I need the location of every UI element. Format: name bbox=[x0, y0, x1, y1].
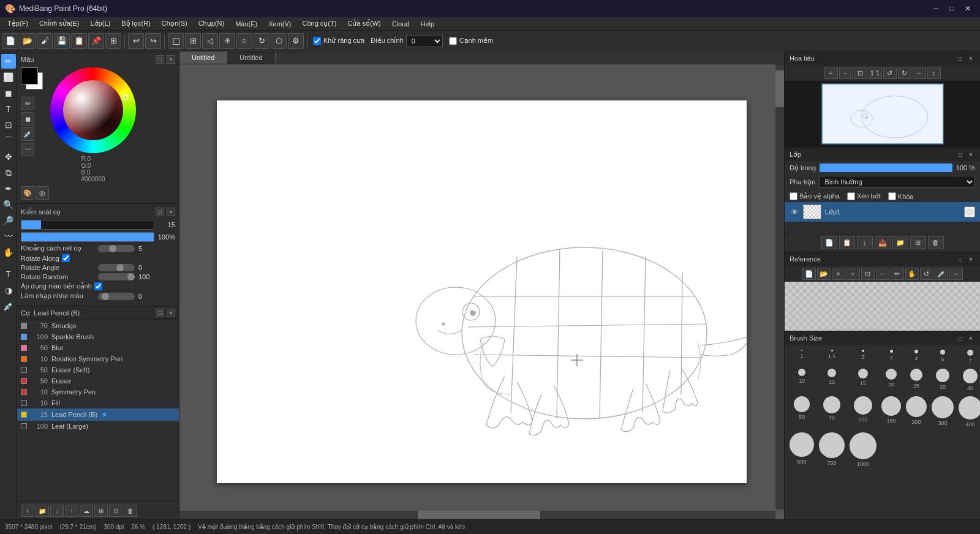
size-40[interactable]: 40 bbox=[957, 367, 980, 393]
tool-hex[interactable]: ⬡ bbox=[271, 33, 287, 49]
reference-close-btn[interactable]: × bbox=[967, 255, 975, 263]
type-tool[interactable]: T bbox=[1, 267, 16, 282]
paste-button[interactable]: 📌 bbox=[88, 33, 104, 49]
ref-new-btn[interactable]: 📄 bbox=[802, 268, 816, 280]
save-button[interactable]: 💾 bbox=[54, 33, 70, 49]
menu-cloud[interactable]: Cloud bbox=[387, 19, 415, 29]
canvas-viewport[interactable] bbox=[179, 64, 784, 519]
correction-select[interactable]: 0 bbox=[406, 35, 443, 47]
pen-tool[interactable]: ✒ bbox=[1, 181, 16, 196]
nav-zoom-out[interactable]: − bbox=[839, 67, 853, 79]
ref-fit[interactable]: ⊡ bbox=[861, 268, 875, 280]
navigator-preview[interactable] bbox=[821, 83, 944, 145]
eraser-tool[interactable]: ⬜ bbox=[1, 70, 16, 85]
layers-expand-btn[interactable]: □ bbox=[956, 150, 965, 159]
brush-item-lead-pencil[interactable]: 15 Lead Pencil (B) ★ bbox=[17, 408, 179, 421]
lock-checkbox[interactable] bbox=[888, 192, 896, 200]
ref-close-btn[interactable]: × bbox=[832, 268, 845, 280]
size-50[interactable]: 50 bbox=[788, 395, 815, 429]
add-layer-2-btn[interactable]: 📋 bbox=[839, 236, 855, 249]
soft-edge-checkbox[interactable] bbox=[449, 35, 457, 47]
brush-item-fill[interactable]: 10 Fill bbox=[17, 397, 179, 408]
delete-brush-btn[interactable]: 🗑 bbox=[124, 505, 137, 517]
brush-spacing-slider[interactable] bbox=[98, 245, 135, 252]
color-wheel[interactable] bbox=[50, 67, 136, 153]
menu-select[interactable]: Chọn(S) bbox=[157, 18, 192, 29]
hsv-btn[interactable]: ◎ bbox=[36, 186, 49, 200]
menu-capture[interactable]: Chụp(N) bbox=[194, 18, 229, 29]
size-15[interactable]: 15 bbox=[848, 367, 878, 393]
tool-circle[interactable]: ○ bbox=[236, 33, 252, 49]
ref-reset[interactable]: ↺ bbox=[920, 268, 933, 280]
brush-opacity-slider[interactable] bbox=[21, 232, 154, 242]
layer-delete-btn[interactable]: 🗑 bbox=[928, 236, 944, 249]
reference-expand-btn[interactable]: □ bbox=[956, 255, 965, 263]
ref-zoom-in[interactable]: + bbox=[846, 268, 860, 280]
size-25[interactable]: 25 bbox=[905, 367, 928, 393]
layers-close-btn[interactable]: × bbox=[967, 150, 975, 159]
palette-btn[interactable]: 🎨 bbox=[21, 186, 34, 200]
color-expand-btn[interactable]: □ bbox=[156, 55, 164, 64]
menu-layer[interactable]: Lớp(L) bbox=[86, 18, 116, 29]
redo-button[interactable]: ↪ bbox=[145, 33, 161, 49]
size-150[interactable]: 150 bbox=[880, 395, 902, 429]
nav-fit[interactable]: ⊡ bbox=[854, 67, 867, 79]
layer-blend-select[interactable]: Bình thường bbox=[819, 176, 975, 188]
size-5[interactable]: 5 bbox=[930, 348, 955, 365]
move-tool[interactable]: ✥ bbox=[1, 149, 16, 164]
size-1[interactable]: 1 bbox=[788, 348, 815, 365]
nav-100[interactable]: 1:1 bbox=[869, 67, 882, 79]
size-300[interactable]: 300 bbox=[930, 395, 955, 429]
brush-size-close-btn[interactable]: × bbox=[967, 334, 975, 342]
ref-hand[interactable]: ✋ bbox=[905, 268, 919, 280]
brush-item-eraser[interactable]: 50 Eraser bbox=[17, 375, 179, 386]
menu-help[interactable]: Help bbox=[415, 19, 439, 29]
brush-close-btn[interactable]: × bbox=[167, 208, 175, 216]
menu-view[interactable]: Xem(V) bbox=[263, 19, 296, 29]
close-button[interactable]: ✕ bbox=[960, 2, 975, 15]
ref-pencil[interactable]: ✏ bbox=[891, 268, 904, 280]
open-button[interactable]: 📂 bbox=[20, 33, 36, 49]
size-1_5[interactable]: 1.5 bbox=[818, 348, 846, 365]
brush-tool-left[interactable]: ✏ bbox=[1, 54, 16, 69]
ref-eyedrop[interactable]: 💉 bbox=[935, 268, 948, 280]
undo-button[interactable]: ↩ bbox=[128, 33, 144, 49]
gradient-tool[interactable]: ◑ bbox=[1, 283, 16, 298]
size-2[interactable]: 2 bbox=[848, 348, 878, 365]
size-7[interactable]: 7 bbox=[957, 348, 980, 365]
nav-flip-v[interactable]: ↕ bbox=[927, 67, 941, 79]
menu-color[interactable]: Màu(E) bbox=[230, 19, 262, 29]
color-wheel-inner[interactable] bbox=[63, 80, 123, 140]
vertical-scrollbar[interactable] bbox=[775, 64, 784, 510]
smudge-small[interactable]: 〰 bbox=[21, 143, 34, 156]
copy-button[interactable]: 📋 bbox=[71, 33, 87, 49]
brush-size-expand-btn[interactable]: □ bbox=[956, 334, 965, 342]
tool-arrow[interactable]: ◁ bbox=[202, 33, 218, 49]
size-400[interactable]: 400 bbox=[957, 395, 980, 429]
size-200[interactable]: 200 bbox=[905, 395, 928, 429]
layer-merge-btn[interactable]: ⊞ bbox=[910, 236, 926, 249]
size-3[interactable]: 3 bbox=[880, 348, 902, 365]
grid-view-btn[interactable]: ⊞ bbox=[94, 505, 108, 517]
brush-list-close[interactable]: × bbox=[167, 309, 175, 317]
maximize-button[interactable]: □ bbox=[944, 2, 959, 15]
transform-tool[interactable]: ⧉ bbox=[1, 165, 16, 180]
layer-folder-btn[interactable]: 📁 bbox=[892, 236, 908, 249]
size-10[interactable]: 10 bbox=[788, 367, 815, 393]
menu-tool[interactable]: Công cụ(T) bbox=[297, 18, 341, 29]
smudge-tool[interactable]: 〰 bbox=[1, 229, 16, 244]
horizontal-scrollbar-thumb[interactable] bbox=[418, 511, 540, 519]
menu-file[interactable]: Tệp(F) bbox=[2, 18, 33, 29]
brush-item-rotation-pen[interactable]: 10 Rotation Symmetry Pen bbox=[17, 353, 179, 364]
select-grid[interactable]: ⊞ bbox=[185, 33, 201, 49]
nav-zoom-in[interactable]: + bbox=[824, 67, 838, 79]
menu-edit[interactable]: Chỉnh sửa(E) bbox=[34, 18, 85, 29]
canvas-content[interactable] bbox=[217, 100, 747, 483]
layer-settings-btn[interactable]: ⚙ bbox=[964, 206, 975, 217]
blur-color-slider[interactable] bbox=[98, 293, 135, 300]
ref-open-btn[interactable]: 📂 bbox=[817, 268, 831, 280]
text-tool[interactable]: T bbox=[1, 102, 16, 116]
brush-tool[interactable]: 🖌 bbox=[37, 33, 53, 49]
tool-star[interactable]: ✳ bbox=[219, 33, 235, 49]
copy-brush-btn[interactable]: ⊡ bbox=[109, 505, 123, 517]
